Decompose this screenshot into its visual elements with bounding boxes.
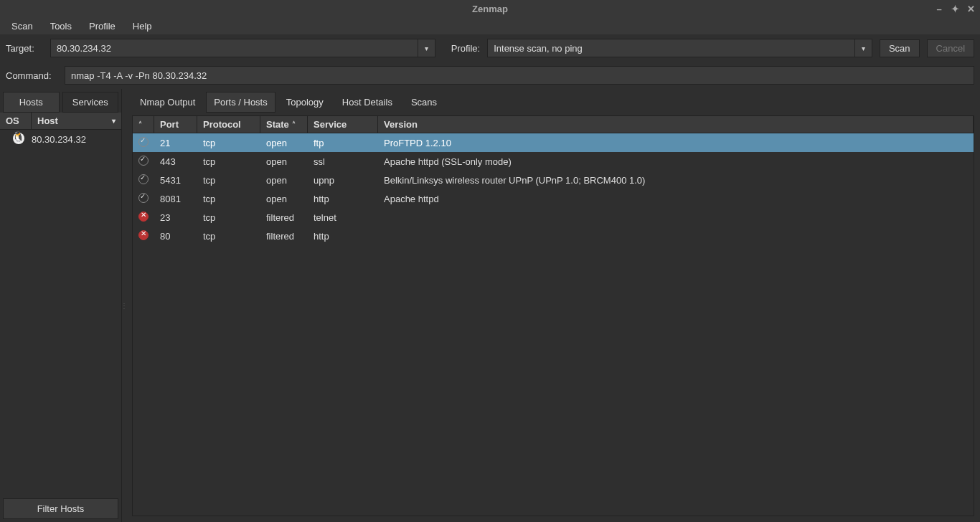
table-row[interactable]: 80tcpfilteredhttp [133, 227, 974, 245]
cell-service: http [308, 231, 378, 242]
right-tabs: Nmap Output Ports / Hosts Topology Host … [126, 89, 980, 113]
cell-version: Apache httpd [378, 194, 974, 204]
tab-hosts[interactable]: Hosts [3, 92, 60, 113]
cancel-button[interactable]: Cancel [927, 39, 974, 57]
table-row[interactable]: 5431tcpopenupnpBelkin/Linksys wireless r… [133, 171, 974, 189]
cell-protocol: tcp [197, 231, 260, 242]
status-open-icon [133, 137, 154, 149]
ports-table: ˄ Port Protocol State˄ Service Version 2… [132, 115, 974, 516]
cell-protocol: tcp [197, 175, 260, 186]
maximize-icon[interactable]: ✦ [950, 4, 960, 14]
scan-button[interactable]: Scan [880, 39, 920, 57]
cell-service: ftp [308, 138, 378, 148]
column-protocol[interactable]: Protocol [197, 116, 260, 133]
target-input[interactable] [51, 43, 418, 54]
host-ip: 80.30.234.32 [32, 134, 86, 145]
status-open-icon [133, 156, 154, 168]
column-os[interactable]: OS [0, 113, 32, 129]
cell-service: upnp [308, 175, 378, 186]
host-row[interactable]: 80.30.234.32 [0, 130, 121, 149]
ports-table-header: ˄ Port Protocol State˄ Service Version [133, 116, 974, 133]
status-open-icon [133, 193, 154, 205]
cell-port: 8081 [154, 194, 197, 204]
status-open-icon [133, 174, 154, 186]
cell-port: 21 [154, 138, 197, 148]
column-state[interactable]: State˄ [260, 116, 308, 133]
cell-version: Apache httpd (SSL-only mode) [378, 156, 974, 167]
table-row[interactable]: 443tcpopensslApache httpd (SSL-only mode… [133, 152, 974, 171]
window-title: Zenmap [472, 4, 508, 14]
close-icon[interactable]: ✕ [966, 4, 976, 14]
cell-service: ssl [308, 156, 378, 167]
column-status[interactable]: ˄ [133, 116, 154, 133]
profile-combo[interactable]: ▾ [487, 39, 872, 57]
target-label: Target: [6, 43, 43, 54]
cell-port: 80 [154, 231, 197, 242]
cell-state: open [260, 194, 308, 204]
command-input[interactable] [65, 66, 974, 85]
cell-state: filtered [260, 212, 308, 223]
cell-state: open [260, 175, 308, 186]
cell-service: telnet [308, 212, 378, 223]
cell-state: filtered [260, 231, 308, 242]
tab-scans[interactable]: Scans [403, 92, 445, 113]
cell-port: 443 [154, 156, 197, 167]
toolbar-row-2: Command: [0, 62, 980, 89]
profile-dropdown-icon[interactable]: ▾ [854, 39, 872, 57]
status-filtered-icon [133, 212, 154, 224]
left-tabs: Hosts Services [0, 89, 121, 113]
cell-protocol: tcp [197, 212, 260, 223]
profile-input[interactable] [488, 43, 854, 54]
chevron-down-icon: ▾ [112, 117, 116, 125]
menu-profile[interactable]: Profile [82, 19, 123, 33]
tab-nmap-output[interactable]: Nmap Output [132, 92, 203, 113]
cell-protocol: tcp [197, 194, 260, 204]
cell-port: 5431 [154, 175, 197, 186]
cell-version: Belkin/Linksys wireless router UPnP (UPn… [378, 175, 974, 186]
column-service[interactable]: Service [308, 116, 378, 133]
tab-topology[interactable]: Topology [278, 92, 331, 113]
menu-scan[interactable]: Scan [4, 19, 40, 33]
command-label: Command: [6, 70, 57, 81]
cell-protocol: tcp [197, 138, 260, 148]
table-row[interactable]: 21tcpopenftpProFTPD 1.2.10 [133, 133, 974, 152]
target-combo[interactable]: ▾ [50, 39, 435, 57]
left-panel: Hosts Services OS Host ▾ 80.30.234.32 Fi… [0, 89, 122, 522]
main-split: Hosts Services OS Host ▾ 80.30.234.32 Fi… [0, 89, 980, 522]
sort-asc-icon: ˄ [292, 120, 296, 128]
filter-hosts-button[interactable]: Filter Hosts [3, 498, 118, 519]
titlebar: Zenmap – ✦ ✕ [0, 0, 980, 17]
tab-services[interactable]: Services [62, 92, 119, 113]
column-host[interactable]: Host ▾ [32, 113, 121, 129]
linux-icon [6, 133, 32, 146]
right-panel: Nmap Output Ports / Hosts Topology Host … [126, 89, 980, 522]
status-filtered-icon [133, 230, 154, 242]
host-list-header: OS Host ▾ [0, 113, 121, 130]
toolbar-row-1: Target: ▾ Profile: ▾ Scan Cancel [0, 34, 980, 62]
cell-version: ProFTPD 1.2.10 [378, 138, 974, 148]
target-dropdown-icon[interactable]: ▾ [418, 39, 435, 57]
tab-ports-hosts[interactable]: Ports / Hosts [206, 92, 275, 113]
column-port[interactable]: Port [154, 116, 197, 133]
ports-table-body: 21tcpopenftpProFTPD 1.2.10443tcpopensslA… [133, 133, 974, 516]
table-row[interactable]: 23tcpfilteredtelnet [133, 208, 974, 227]
cell-state: open [260, 138, 308, 148]
cell-port: 23 [154, 212, 197, 223]
table-row[interactable]: 8081tcpopenhttpApache httpd [133, 189, 974, 208]
column-version[interactable]: Version [378, 116, 974, 133]
tab-host-details[interactable]: Host Details [334, 92, 400, 113]
cell-state: open [260, 156, 308, 167]
column-host-label: Host [37, 115, 58, 126]
host-list: 80.30.234.32 [0, 130, 121, 495]
minimize-icon[interactable]: – [934, 4, 944, 14]
profile-label: Profile: [451, 43, 480, 54]
menubar: Scan Tools Profile Help [0, 17, 980, 34]
menu-tools[interactable]: Tools [43, 19, 79, 33]
cell-protocol: tcp [197, 156, 260, 167]
cell-service: http [308, 194, 378, 204]
menu-help[interactable]: Help [126, 19, 159, 33]
